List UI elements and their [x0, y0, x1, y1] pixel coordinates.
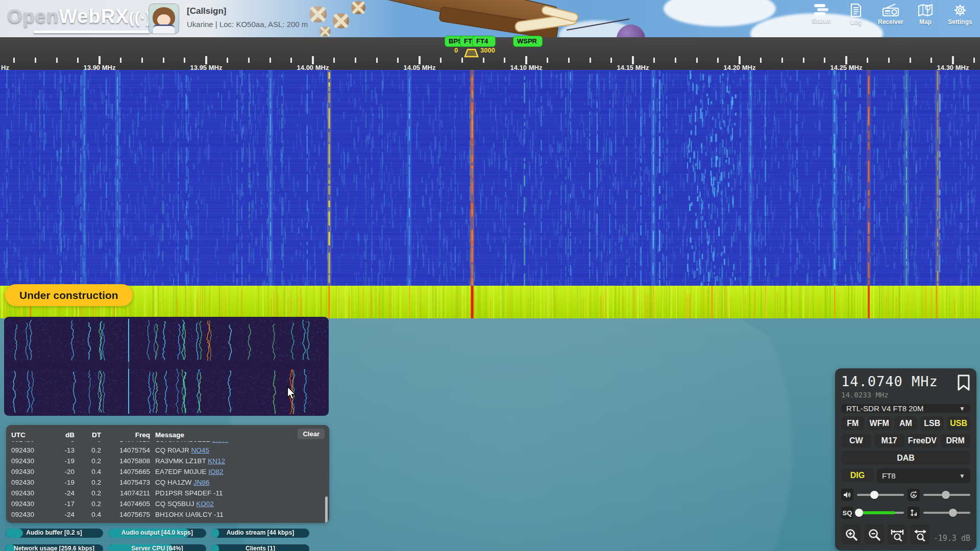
mode-button-lsb[interactable]: LSB [920, 416, 944, 430]
frequency-scale[interactable]: Hz13.90 MHz13.95 MHz14.00 MHz14.05 MHz14… [0, 37, 980, 70]
speaker-icon[interactable] [841, 489, 853, 501]
top-bar: OpenWebRX((·)) [Callsign] Ukarine | Loc:… [0, 0, 980, 37]
tuned-frequency-display[interactable]: 14.0740 MHz [841, 373, 938, 389]
message-rows: 092430-8014074610C37URA HB9ELE JN4709243… [6, 434, 319, 520]
scale-tick [163, 58, 164, 63]
cell-message: CQ HA1ZW JN86 [155, 479, 314, 486]
message-row: 092430-200.414075665EA7EDF M0JUE IO82 [6, 466, 319, 477]
zoom-in-button[interactable] [841, 524, 861, 544]
scale-tick [270, 58, 271, 63]
mode-button-usb[interactable]: USB [947, 416, 970, 430]
receiver-identity: [Callsign] Ukarine | Loc: KO50aa, ASL: 2… [187, 6, 308, 29]
nav-item-log[interactable]: Log [842, 3, 870, 26]
scale-tick [930, 58, 932, 63]
scale-tick [888, 58, 890, 63]
logo-text-web: Web [59, 6, 101, 27]
scale-tick [461, 58, 463, 63]
waterfall-autolevel-icon[interactable] [908, 507, 920, 519]
nav-item-settings[interactable]: Settings [946, 3, 974, 26]
scrollbar-thumb[interactable] [325, 496, 328, 523]
map-icon [918, 3, 933, 17]
status-bar-label: Clients [1] [211, 545, 309, 551]
logo-text-rx: RX [101, 6, 129, 27]
mode-button-freedv[interactable]: FreeDV [908, 434, 938, 447]
profile-select[interactable]: RTL-SDR V4 FT8 20M ▼ [841, 404, 970, 413]
status-bar-2: Audio stream [44 kbps] [211, 529, 309, 538]
avatar[interactable] [149, 4, 179, 34]
digimode-select[interactable]: FT8 ▼ [877, 468, 970, 483]
auto-waterfall-colors-icon[interactable]: A [908, 489, 920, 501]
log-document-icon [849, 3, 863, 17]
bookmark-wspr[interactable]: WSPR [513, 36, 543, 47]
scale-tick [547, 58, 548, 63]
nav-label: Receiver [878, 18, 903, 26]
waterfall-colors-slider[interactable] [923, 490, 970, 499]
scale-tick [610, 58, 612, 63]
status-bar-5: Clients [1] [211, 544, 309, 551]
scale-tick [35, 58, 36, 63]
scale-tick [13, 58, 15, 63]
cell-freq: 14075473 [106, 479, 150, 486]
status-bar-3: Network usage [259.6 kbps] [5, 544, 103, 551]
mode-button-wfm[interactable]: WFM [868, 416, 891, 430]
nav-item-receiver[interactable]: Receiver [877, 3, 904, 26]
cell-freq: 14075808 [106, 457, 150, 465]
avatar-art [153, 24, 175, 34]
zoom-to-band-button[interactable] [887, 524, 907, 544]
cell-db: -24 [49, 489, 75, 497]
scale-tick [290, 58, 292, 63]
scale-tick [376, 58, 378, 63]
status-bar-1: Audio output [44.0 ksps] [108, 529, 206, 538]
locator-link[interactable]: KN12 [208, 457, 225, 465]
dig-mode-button[interactable]: DIG [841, 468, 874, 482]
status-bar-4: Server CPU [64%] [108, 544, 206, 551]
zoom-full-button[interactable] [910, 524, 930, 544]
volume-slider[interactable] [857, 490, 904, 499]
openwebrx-logo[interactable]: OpenWebRX((·)) [7, 4, 157, 30]
waterfall-level-slider[interactable] [923, 508, 970, 517]
scale-tick [312, 56, 314, 64]
scale-tick [653, 58, 655, 63]
message-row: 092430-240.414075675BH1OHX UA9LCY -11 [6, 509, 319, 520]
cell-db: -19 [49, 457, 75, 465]
locator-link[interactable]: JN86 [193, 479, 210, 486]
clear-button[interactable]: Clear [298, 429, 325, 439]
cell-db: -24 [49, 511, 75, 518]
locator-link[interactable]: NO45 [191, 446, 209, 454]
scale-tick [333, 58, 335, 63]
main-waterfall[interactable] [0, 70, 980, 286]
mode-button-fm[interactable]: FM [841, 416, 865, 430]
column-header-db: dB [49, 431, 75, 439]
mode-button-cw[interactable]: CW [841, 434, 871, 447]
bookmark-ft4[interactable]: FT4 [472, 36, 496, 47]
digimode-waterfall [4, 317, 329, 416]
chevron-down-icon: ▼ [959, 472, 965, 480]
zoom-out-button[interactable] [864, 524, 884, 544]
scale-tick [355, 58, 356, 63]
mode-button-m17[interactable]: M17 [874, 434, 904, 447]
cell-message: CQ SQ5BUJ KO02 [155, 500, 314, 508]
mode-button-dab[interactable]: DAB [841, 451, 970, 465]
cell-db: -17 [49, 500, 75, 508]
scale-tick [867, 58, 868, 63]
cell-db: -13 [49, 446, 75, 454]
cloud [664, 0, 776, 27]
svg-text:A: A [912, 493, 916, 498]
mode-button-am[interactable]: AM [894, 416, 918, 430]
scale-tick [483, 58, 484, 63]
receiver-panel: 14.0740 MHz 14.0233 MHz RTL-SDR V4 FT8 2… [835, 368, 976, 550]
locator-link[interactable]: IO82 [208, 468, 223, 475]
cell-utc: 092430 [11, 446, 44, 454]
bookmark-icon[interactable] [957, 374, 970, 391]
mode-button-drm[interactable]: DRM [940, 434, 970, 447]
mode-buttons-row2: CWM17FreeDVDRM [841, 434, 970, 447]
scale-tick [910, 58, 911, 63]
cell-dt: 0.2 [80, 446, 101, 454]
squelch-slider[interactable] [857, 508, 904, 517]
scale-tick [739, 56, 741, 64]
scale-tick [590, 58, 591, 63]
nav-item-status[interactable]: Status [807, 3, 835, 26]
locator-link[interactable]: KO02 [196, 500, 214, 508]
openwebrx-app: OpenWebRX((·)) [Callsign] Ukarine | Loc:… [0, 0, 980, 551]
nav-item-map[interactable]: Map [912, 3, 939, 26]
